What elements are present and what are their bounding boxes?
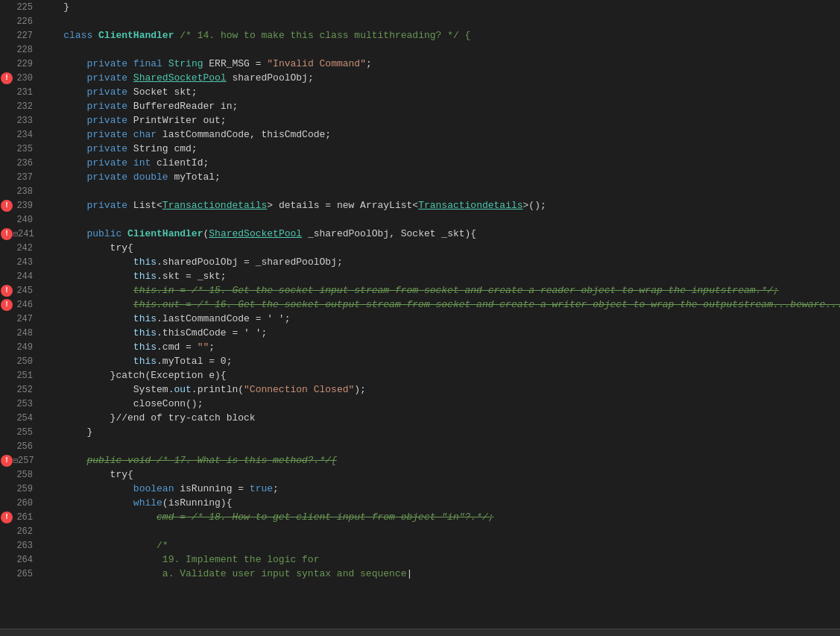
line-number: 235 [16,144,37,154]
token-kw: private [86,171,127,183]
line-number: 258 [16,470,37,480]
token-plain: ; [273,483,279,494]
line-icon-area [0,382,13,397]
horizontal-scrollbar[interactable] [0,629,840,636]
token-kw: true [250,483,273,494]
code-line [40,212,840,227]
gutter-row: 250 [0,354,37,368]
token-plain: ; [209,341,215,353]
token-str: "" [198,341,209,353]
token-comment: /* 14. how to make [174,30,290,41]
gutter-row: 242 [0,241,37,255]
code-line [40,42,840,57]
code-line: this.cmd = ""; [40,340,840,354]
token-plain: lastCommandCode, thisCmdCode; [157,129,331,140]
token-kw: private [86,129,127,140]
token-kw: private [86,200,127,211]
line-number: 263 [16,541,37,551]
line-number: 265 [16,569,37,579]
token-kw: public [86,228,121,239]
gutter-row: 258 [0,467,37,482]
token-var: this [133,341,157,353]
token-comment: /* [40,540,168,551]
code-content[interactable]: } class ClientHandler /* 14. how to make… [37,0,840,629]
token-plain: PrintWriter out; [127,115,227,126]
gutter-row: 249 [0,340,37,354]
gutter-row: 260 [0,496,37,510]
line-icon-area [0,184,13,198]
code-line: System.out.println("Connection Closed"); [40,382,840,397]
code-line: this.sharedPoolObj = _sharedPoolObj; [40,255,840,269]
code-line: private String cmd; [40,142,840,156]
line-number: 250 [16,356,37,367]
line-icon-area [0,42,13,57]
code-editor: 225226227228229!230231232233234235236237… [0,0,840,636]
token-var: this [133,313,157,324]
gutter-row: 236 [0,156,37,170]
gutter-row: 240 [0,212,37,227]
token-plain [40,455,86,466]
token-kw: private [86,157,127,169]
code-line: public ClientHandler(SharedSocketPool _s… [40,227,840,241]
token-plain [127,171,133,183]
line-icon-area [0,99,13,113]
token-var: this [133,327,157,339]
line-number: 255 [16,427,37,438]
line-icon-area: ! [0,283,13,297]
code-line: private BufferedReader in; [40,99,840,113]
line-icon-area: ! [0,510,13,524]
token-plain [40,327,133,339]
line-number: 260 [16,498,37,509]
line-number: 251 [16,371,37,381]
token-plain: | [406,568,412,579]
token-plain [40,171,86,183]
token-plain: .lastCommandCode = ' '; [157,313,290,324]
gutter-row: 254 [0,411,37,425]
line-icon-area [0,57,13,71]
token-plain [40,228,86,239]
token-kw: final [133,58,162,69]
error-icon: ! [1,511,13,523]
gutter-row: !⊟257 [0,453,37,467]
line-icon-area [0,170,13,184]
line-icon-area [0,0,13,14]
gutter-row: 253 [0,397,37,411]
code-line: boolean isRunning = true; [40,482,840,496]
line-icon-area [0,142,13,156]
code-line: try{ [40,241,840,255]
line-number: 264 [16,555,37,565]
code-line: private Socket skt; [40,85,840,99]
gutter-row: 247 [0,312,37,326]
code-line: private double myTotal; [40,170,840,184]
token-comment: this [291,30,314,41]
line-icon-area: ! [0,297,13,312]
line-number: 236 [16,158,37,169]
token-link: Transactiondetails [418,200,522,211]
gutter-row: 263 [0,538,37,552]
token-plain [40,72,86,84]
line-number: 226 [16,16,37,27]
line-number: 246 [16,300,37,310]
line-number: 257 [18,456,39,466]
token-kw: private [86,115,127,126]
line-icon-area [0,538,13,552]
token-kw: int [133,157,151,169]
line-icon-area [0,496,13,510]
token-plain [40,101,86,112]
code-line: while(isRunning){ [40,496,840,510]
line-number: 237 [16,172,37,183]
gutter-row: 265 [0,567,37,581]
token-plain [127,58,133,69]
gutter-row: 255 [0,425,37,439]
line-number: 228 [16,45,37,55]
line-icon-area [0,340,13,354]
line-icon-area [0,326,13,340]
token-plain [40,483,133,494]
token-todo-comment: public void /* 17. What is this method?.… [86,455,336,466]
code-line: class ClientHandler /* 14. how to make t… [40,28,840,42]
line-icon-area: ! [0,71,13,85]
gutter-row: !261 [0,510,37,524]
gutter-row: 228 [0,42,37,57]
token-plain [127,129,133,140]
gutter-row: 227 [0,28,37,42]
